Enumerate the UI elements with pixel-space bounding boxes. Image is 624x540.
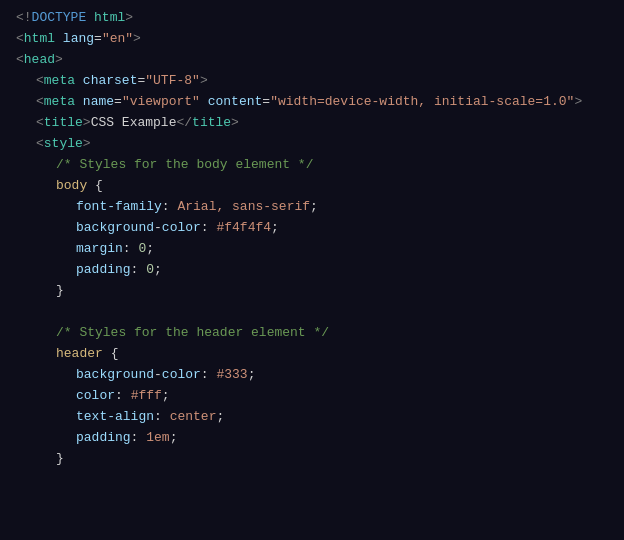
code-line: <meta charset="UTF-8"> — [0, 71, 624, 92]
punct: </ — [176, 113, 192, 134]
code-line: body { — [0, 176, 624, 197]
css-value: center — [170, 407, 217, 428]
css-property: margin — [76, 239, 123, 260]
punct: < — [16, 29, 24, 50]
css-property: padding — [76, 260, 131, 281]
plain — [75, 92, 83, 113]
css-property-2: color — [162, 365, 201, 386]
code-line: padding: 1em; — [0, 428, 624, 449]
code-line: <style> — [0, 134, 624, 155]
attr-value: "viewport" — [122, 92, 200, 113]
code-line: font-family: Arial, sans-serif; — [0, 197, 624, 218]
code-line: <!DOCTYPE html> — [0, 8, 624, 29]
tag-name: style — [44, 134, 83, 155]
css-selector: header — [56, 344, 103, 365]
code-line: <head> — [0, 50, 624, 71]
tag-name: meta — [44, 71, 75, 92]
tag-name: head — [24, 50, 55, 71]
css-value: #fff — [131, 386, 162, 407]
css-value: #f4f4f4 — [216, 218, 271, 239]
tag-name-close: title — [192, 113, 231, 134]
code-line: } — [0, 281, 624, 302]
tag-name: meta — [44, 92, 75, 113]
punct: > — [574, 92, 582, 113]
plain: = — [137, 71, 145, 92]
punct: < — [36, 71, 44, 92]
css-value: 1em — [146, 428, 169, 449]
comment: /* Styles for the header element */ — [56, 323, 329, 344]
css-property: color — [76, 386, 115, 407]
html-value: html — [94, 8, 125, 29]
brace: } — [56, 281, 64, 302]
code-editor: <!DOCTYPE html> <html lang="en"> <head> … — [0, 0, 624, 540]
punct: > — [133, 29, 141, 50]
plain: = — [114, 92, 122, 113]
punct: > — [83, 113, 91, 134]
semicolon: ; — [310, 197, 318, 218]
punct: <! — [16, 8, 32, 29]
punct: > — [200, 71, 208, 92]
colon: : — [154, 407, 170, 428]
colon: : — [131, 428, 147, 449]
attr-name: lang — [63, 29, 94, 50]
plain: = — [262, 92, 270, 113]
colon: : — [201, 365, 217, 386]
plain — [200, 92, 208, 113]
css-selector: body — [56, 176, 87, 197]
plain — [103, 344, 111, 365]
colon: : — [123, 239, 139, 260]
code-line: <meta name="viewport" content="width=dev… — [0, 92, 624, 113]
css-property: background — [76, 218, 154, 239]
code-line: color: #fff; — [0, 386, 624, 407]
plain: - — [154, 365, 162, 386]
attr-name: name — [83, 92, 114, 113]
code-line: <html lang="en"> — [0, 29, 624, 50]
code-line: text-align: center; — [0, 407, 624, 428]
css-property: text-align — [76, 407, 154, 428]
attr-value: "en" — [102, 29, 133, 50]
punct: < — [36, 113, 44, 134]
code-line: /* Styles for the header element */ — [0, 323, 624, 344]
plain: = — [94, 29, 102, 50]
doctype-keyword: DOCTYPE — [32, 8, 87, 29]
code-line: <title>CSS Example</title> — [0, 113, 624, 134]
code-line: header { — [0, 344, 624, 365]
comment: /* Styles for the body element */ — [56, 155, 313, 176]
semicolon: ; — [170, 428, 178, 449]
brace: { — [111, 344, 119, 365]
code-line: background-color: #f4f4f4; — [0, 218, 624, 239]
tag-name: title — [44, 113, 83, 134]
semicolon: ; — [162, 386, 170, 407]
punct: > — [231, 113, 239, 134]
css-property: padding — [76, 428, 131, 449]
plain: - — [154, 218, 162, 239]
css-property: background — [76, 365, 154, 386]
css-value: 0 — [146, 260, 154, 281]
plain — [87, 176, 95, 197]
tag-name: html — [24, 29, 55, 50]
css-value: Arial, sans-serif — [177, 197, 310, 218]
css-value: 0 — [138, 239, 146, 260]
attr-name-2: content — [208, 92, 263, 113]
punct: > — [125, 8, 133, 29]
punct: > — [83, 134, 91, 155]
css-value: #333 — [216, 365, 247, 386]
semicolon: ; — [154, 260, 162, 281]
attr-name: charset — [83, 71, 138, 92]
punct: < — [16, 50, 24, 71]
brace: { — [95, 176, 103, 197]
plain — [75, 71, 83, 92]
attr-value: "UTF-8" — [145, 71, 200, 92]
attr-value-2: "width=device-width, initial-scale=1.0" — [270, 92, 574, 113]
code-line: /* Styles for the body element */ — [0, 155, 624, 176]
colon: : — [162, 197, 178, 218]
title-text: CSS Example — [91, 113, 177, 134]
punct: > — [55, 50, 63, 71]
semicolon: ; — [146, 239, 154, 260]
code-line: padding: 0; — [0, 260, 624, 281]
semicolon: ; — [216, 407, 224, 428]
colon: : — [201, 218, 217, 239]
css-property: font-family — [76, 197, 162, 218]
brace: } — [56, 449, 64, 470]
code-line: } — [0, 449, 624, 470]
